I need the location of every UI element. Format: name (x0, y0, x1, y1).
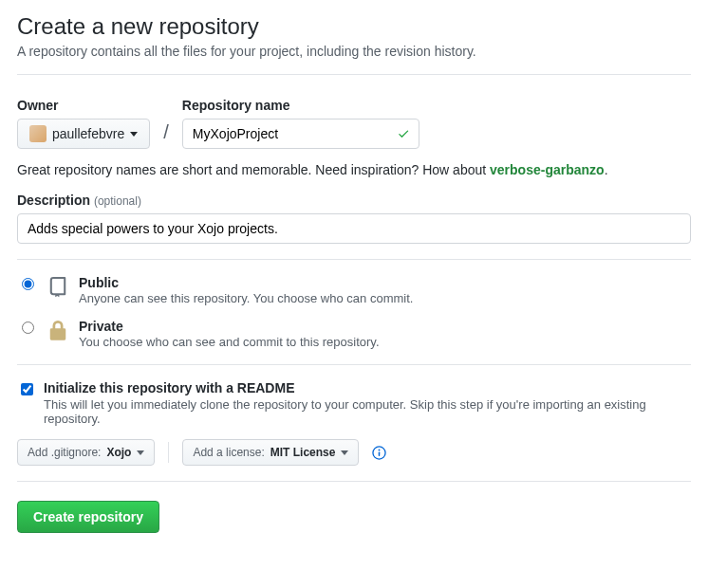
divider (17, 74, 691, 75)
svg-point-1 (379, 449, 381, 450)
initialize-readme-checkbox[interactable] (21, 383, 33, 395)
avatar (29, 125, 47, 142)
name-hint: Great repository names are short and mem… (17, 162, 691, 177)
gitignore-select[interactable]: Add .gitignore: Xojo (17, 439, 155, 466)
visibility-public-radio[interactable] (22, 278, 34, 290)
repo-name-input[interactable] (182, 119, 419, 149)
divider (168, 442, 169, 463)
initialize-readme-title: Initialize this repository with a README (44, 380, 294, 395)
chevron-down-icon (137, 450, 144, 455)
lock-icon (47, 319, 69, 343)
divider (17, 481, 691, 482)
description-label: Description (optional) (17, 193, 141, 208)
info-icon[interactable] (372, 446, 386, 460)
divider (17, 259, 691, 260)
visibility-private-radio[interactable] (22, 322, 34, 334)
visibility-public-option[interactable]: Public Anyone can see this repository. Y… (17, 275, 691, 305)
create-repository-button[interactable]: Create repository (17, 501, 159, 533)
visibility-public-title: Public (79, 275, 119, 290)
chevron-down-icon (130, 132, 138, 137)
suggestion-link[interactable]: verbose-garbanzo (490, 162, 605, 177)
page-subtitle: A repository contains all the files for … (17, 44, 691, 59)
check-icon (397, 127, 410, 140)
initialize-readme-row: Initialize this repository with a README… (17, 380, 691, 426)
license-select[interactable]: Add a license: MIT License (182, 439, 359, 466)
owner-selected-value: paullefebvre (52, 126, 124, 141)
repo-name-label: Repository name (182, 98, 419, 113)
owner-label: Owner (17, 98, 150, 113)
visibility-private-title: Private (79, 319, 123, 334)
visibility-private-option[interactable]: Private You choose who can see and commi… (17, 319, 691, 349)
slash-separator: / (159, 121, 173, 149)
chevron-down-icon (341, 450, 348, 455)
description-input[interactable] (17, 213, 691, 244)
visibility-private-desc: You choose who can see and commit to thi… (79, 335, 380, 349)
page-title: Create a new repository (17, 13, 691, 40)
initialize-readme-desc: This will let you immediately clone the … (44, 397, 691, 426)
repo-icon (47, 275, 69, 300)
visibility-public-desc: Anyone can see this repository. You choo… (79, 291, 413, 305)
owner-select[interactable]: paullefebvre (17, 119, 150, 149)
svg-rect-2 (379, 451, 381, 456)
divider (17, 364, 691, 365)
